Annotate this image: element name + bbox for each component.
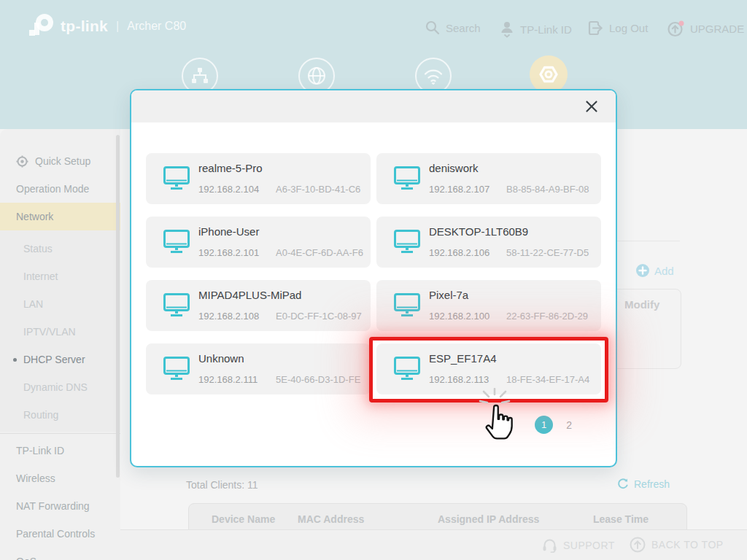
device-ip: 192.168.2.111: [198, 374, 258, 385]
logout-label: Log Out: [609, 22, 648, 34]
device-name: Unknown: [198, 352, 244, 365]
page-button-1[interactable]: 1: [535, 416, 553, 434]
router-model: Archer C80: [127, 20, 186, 33]
sidebar-item-qos[interactable]: QoS: [0, 548, 120, 560]
tplink-logo-icon: [28, 12, 55, 41]
sidebar-item-label: Dynamic DNS: [23, 381, 88, 393]
device-card[interactable]: realme-5-Pro 192.168.2.104 A6-3F-10-BD-4…: [146, 153, 371, 204]
sidebar-item-internet[interactable]: Internet: [0, 262, 120, 290]
device-mac: 58-11-22-CE-77-D5: [506, 247, 589, 258]
column-device-name: Device Name: [212, 513, 275, 525]
monitor-icon: [163, 293, 190, 317]
sidebar-item-lan[interactable]: LAN: [0, 290, 120, 318]
device-ip: 192.168.2.107: [429, 184, 489, 195]
screen: tp-link | Archer C80 Search TP-Link ID: [0, 0, 747, 560]
globe-icon: [307, 66, 326, 85]
sidebar-item-label: Parental Controls: [16, 528, 95, 540]
tplink-id-label: TP-Link ID: [520, 23, 572, 36]
sidebar-item-label: DHCP Server: [23, 354, 85, 365]
arrow-up-circle-icon: [630, 537, 646, 553]
tab-advanced-settings[interactable]: [530, 55, 568, 93]
sidebar-item-label: Internet: [23, 271, 58, 282]
sidebar-item-parental-controls[interactable]: Parental Controls: [0, 520, 120, 548]
page-button-2[interactable]: 2: [566, 419, 572, 431]
add-label: Add: [654, 265, 674, 277]
sidebar-item-routing[interactable]: Routing: [0, 401, 120, 429]
sidebar: Quick Setup Operation Mode Network Statu…: [0, 129, 120, 560]
device-ip: 192.168.2.104: [198, 184, 259, 195]
support-button[interactable]: SUPPORT: [542, 538, 615, 553]
total-clients-text: Total Clients: 11: [186, 479, 258, 491]
monitor-icon: [394, 166, 420, 190]
network-icon: [190, 67, 209, 85]
sidebar-item-label: IPTV/VLAN: [23, 326, 76, 338]
device-ip: 192.168.2.106: [429, 247, 489, 258]
close-button[interactable]: [584, 98, 600, 114]
sidebar-item-label: Routing: [23, 409, 58, 421]
sidebar-item-tplink-id[interactable]: TP-Link ID: [0, 437, 120, 464]
upgrade-button[interactable]: UPGRADE: [667, 20, 744, 37]
monitor-icon: [163, 230, 190, 254]
device-card[interactable]: deniswork 192.168.2.107 B8-85-84-A9-BF-0…: [376, 153, 601, 204]
sidebar-item-quick-setup[interactable]: Quick Setup: [0, 147, 120, 175]
device-mac: E0-DC-FF-1C-08-97: [276, 311, 362, 322]
search-button[interactable]: Search: [425, 20, 481, 35]
sidebar-item-label: Operation Mode: [16, 183, 89, 195]
sidebar-scrollbar[interactable]: [116, 135, 120, 478]
device-name: realme-5-Pro: [198, 162, 263, 174]
monitor-icon: [394, 230, 420, 254]
sidebar-item-label: TP-Link ID: [16, 445, 64, 456]
dhcp-client-list-dialog: realme-5-Pro 192.168.2.104 A6-3F-10-BD-4…: [130, 89, 617, 467]
device-ip: 192.168.2.108: [198, 311, 259, 322]
device-mac: B8-85-84-A9-BF-08: [506, 184, 589, 195]
modify-column-header: Modify: [624, 298, 659, 311]
refresh-button[interactable]: Refresh: [617, 478, 670, 490]
brand-name: tp-link: [61, 18, 108, 35]
tplink-id-button[interactable]: TP-Link ID: [500, 20, 572, 38]
cursor-hand-icon: [476, 388, 524, 451]
back-to-top-button[interactable]: BACK TO TOP: [630, 537, 724, 553]
brand-separator: |: [116, 20, 119, 33]
footer-bar: SUPPORT BACK TO TOP: [120, 529, 747, 560]
person-icon: [500, 20, 514, 38]
device-name: iPhone-User: [198, 225, 259, 238]
sidebar-item-dhcp-server[interactable]: DHCP Server: [0, 346, 120, 373]
highlighted-device-cell: ESP_EF17A4 192.168.2.113 18-FE-34-EF-17-…: [376, 343, 601, 394]
device-card[interactable]: iPhone-User 192.168.2.101 A0-4E-CF-6D-AA…: [146, 217, 371, 268]
monitor-icon: [163, 357, 190, 381]
sidebar-item-wireless[interactable]: Wireless: [0, 464, 120, 492]
sidebar-item-status[interactable]: Status: [0, 235, 120, 262]
sidebar-item-network[interactable]: Network: [0, 203, 120, 230]
logout-button[interactable]: Log Out: [588, 20, 648, 36]
add-button[interactable]: Add: [636, 264, 674, 277]
sidebar-item-label: Network: [16, 211, 53, 222]
column-assigned-ip: Assigned IP Address: [438, 513, 539, 525]
sidebar-item-operation-mode[interactable]: Operation Mode: [0, 175, 120, 203]
search-icon: [425, 20, 440, 35]
active-bullet-icon: [13, 358, 17, 362]
device-card[interactable]: DESKTOP-1LT60B9 192.168.2.106 58-11-22-C…: [376, 217, 601, 268]
device-ip: 192.168.2.101: [198, 247, 259, 258]
device-name: deniswork: [429, 162, 479, 174]
quick-setup-icon: [16, 155, 28, 168]
network-submenu: Status Internet LAN IPTV/VLAN DHCP Serve…: [0, 230, 120, 432]
sidebar-item-label: NAT Forwarding: [16, 500, 90, 512]
close-icon: [585, 100, 598, 113]
tplink-logo: tp-link | Archer C80: [28, 12, 186, 41]
sidebar-item-iptv-vlan[interactable]: IPTV/VLAN: [0, 318, 120, 346]
device-card[interactable]: Pixel-7a 192.168.2.100 22-63-FF-86-2D-29: [376, 280, 601, 331]
logout-icon: [588, 20, 603, 36]
support-label: SUPPORT: [563, 540, 615, 551]
refresh-icon: [617, 478, 629, 490]
sidebar-item-label: Wireless: [16, 472, 55, 484]
sidebar-item-nat-forwarding[interactable]: NAT Forwarding: [0, 492, 120, 520]
wifi-icon: [423, 67, 444, 85]
device-card[interactable]: Unknown 192.168.2.111 5E-40-66-D3-1D-FE: [146, 343, 371, 394]
device-card[interactable]: MIPAD4PLUS-MiPad 192.168.2.108 E0-DC-FF-…: [146, 280, 371, 331]
device-grid: realme-5-Pro 192.168.2.104 A6-3F-10-BD-4…: [146, 153, 601, 394]
sidebar-item-label: Status: [23, 243, 53, 254]
sidebar-item-dynamic-dns[interactable]: Dynamic DNS: [0, 373, 120, 401]
refresh-label: Refresh: [634, 478, 670, 490]
device-mac: 22-63-FF-86-2D-29: [506, 311, 588, 322]
back-to-top-label: BACK TO TOP: [651, 539, 724, 551]
